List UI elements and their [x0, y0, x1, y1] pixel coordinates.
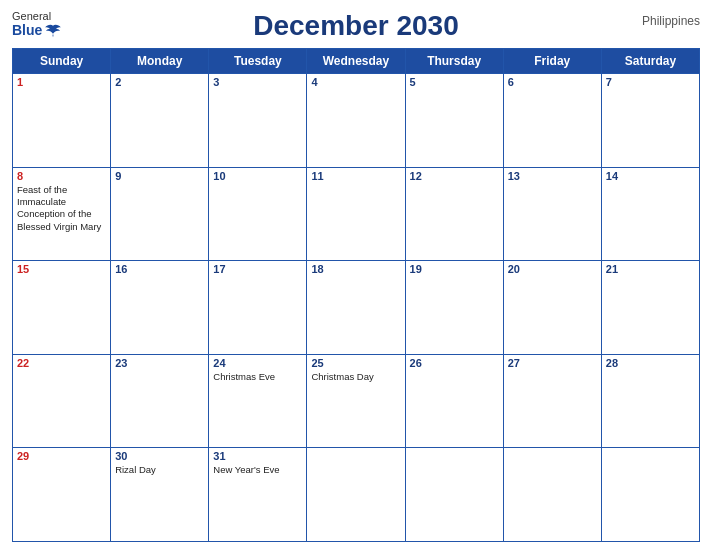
calendar-cell: 16 — [111, 261, 209, 355]
country-label: Philippines — [642, 14, 700, 28]
holiday-label: Christmas Day — [311, 371, 400, 383]
day-number: 10 — [213, 170, 302, 182]
day-number: 22 — [17, 357, 106, 369]
holiday-label: Feast of the Immaculate Conception of th… — [17, 184, 106, 233]
calendar-cell: 6 — [503, 74, 601, 168]
calendar-cell: 30Rizal Day — [111, 448, 209, 542]
day-number: 1 — [17, 76, 106, 88]
day-number: 24 — [213, 357, 302, 369]
calendar-header: General Blue December 2030 Philippines — [12, 10, 700, 42]
calendar-cell: 27 — [503, 354, 601, 448]
calendar-cell: 24Christmas Eve — [209, 354, 307, 448]
day-number: 27 — [508, 357, 597, 369]
day-number: 20 — [508, 263, 597, 275]
header-friday: Friday — [503, 49, 601, 74]
holiday-label: Christmas Eve — [213, 371, 302, 383]
day-number: 8 — [17, 170, 106, 182]
calendar-row-0: 1234567 — [13, 74, 700, 168]
day-number: 13 — [508, 170, 597, 182]
day-number: 25 — [311, 357, 400, 369]
header-tuesday: Tuesday — [209, 49, 307, 74]
calendar-cell: 25Christmas Day — [307, 354, 405, 448]
calendar-cell: 4 — [307, 74, 405, 168]
day-number: 26 — [410, 357, 499, 369]
calendar-cell: 20 — [503, 261, 601, 355]
day-number: 11 — [311, 170, 400, 182]
day-number: 23 — [115, 357, 204, 369]
logo-bird-icon — [44, 24, 62, 38]
calendar-cell: 17 — [209, 261, 307, 355]
logo: General Blue — [12, 10, 62, 39]
day-number: 14 — [606, 170, 695, 182]
day-number: 5 — [410, 76, 499, 88]
day-number: 28 — [606, 357, 695, 369]
calendar-row-4: 2930Rizal Day31New Year's Eve — [13, 448, 700, 542]
day-number: 6 — [508, 76, 597, 88]
calendar-cell — [503, 448, 601, 542]
calendar-row-3: 222324Christmas Eve25Christmas Day262728 — [13, 354, 700, 448]
calendar-cell: 18 — [307, 261, 405, 355]
calendar-cell: 28 — [601, 354, 699, 448]
header-monday: Monday — [111, 49, 209, 74]
logo-blue-text: Blue — [12, 23, 42, 38]
calendar-row-1: 8Feast of the Immaculate Conception of t… — [13, 167, 700, 261]
calendar-cell: 12 — [405, 167, 503, 261]
calendar-cell: 13 — [503, 167, 601, 261]
header-sunday: Sunday — [13, 49, 111, 74]
header-saturday: Saturday — [601, 49, 699, 74]
calendar-cell: 15 — [13, 261, 111, 355]
day-number: 17 — [213, 263, 302, 275]
day-number: 29 — [17, 450, 106, 462]
day-number: 30 — [115, 450, 204, 462]
calendar-cell: 31New Year's Eve — [209, 448, 307, 542]
calendar-cell: 5 — [405, 74, 503, 168]
day-number: 7 — [606, 76, 695, 88]
day-number: 19 — [410, 263, 499, 275]
calendar-cell: 2 — [111, 74, 209, 168]
calendar-cell: 23 — [111, 354, 209, 448]
calendar-cell: 11 — [307, 167, 405, 261]
day-number: 16 — [115, 263, 204, 275]
day-number: 18 — [311, 263, 400, 275]
holiday-label: Rizal Day — [115, 464, 204, 476]
calendar-cell: 8Feast of the Immaculate Conception of t… — [13, 167, 111, 261]
header-thursday: Thursday — [405, 49, 503, 74]
holiday-label: New Year's Eve — [213, 464, 302, 476]
calendar-wrapper: General Blue December 2030 Philippines S… — [0, 0, 712, 550]
calendar-cell: 14 — [601, 167, 699, 261]
day-number: 4 — [311, 76, 400, 88]
calendar-table: Sunday Monday Tuesday Wednesday Thursday… — [12, 48, 700, 542]
calendar-cell: 21 — [601, 261, 699, 355]
day-number: 31 — [213, 450, 302, 462]
day-number: 15 — [17, 263, 106, 275]
calendar-cell: 3 — [209, 74, 307, 168]
month-title: December 2030 — [253, 10, 458, 42]
calendar-cell: 10 — [209, 167, 307, 261]
calendar-cell: 7 — [601, 74, 699, 168]
calendar-cell — [307, 448, 405, 542]
calendar-cell — [405, 448, 503, 542]
calendar-cell: 1 — [13, 74, 111, 168]
day-number: 21 — [606, 263, 695, 275]
weekday-header-row: Sunday Monday Tuesday Wednesday Thursday… — [13, 49, 700, 74]
calendar-cell — [601, 448, 699, 542]
day-number: 2 — [115, 76, 204, 88]
calendar-cell: 9 — [111, 167, 209, 261]
calendar-cell: 29 — [13, 448, 111, 542]
day-number: 12 — [410, 170, 499, 182]
calendar-cell: 19 — [405, 261, 503, 355]
calendar-cell: 26 — [405, 354, 503, 448]
header-wednesday: Wednesday — [307, 49, 405, 74]
calendar-cell: 22 — [13, 354, 111, 448]
day-number: 9 — [115, 170, 204, 182]
day-number: 3 — [213, 76, 302, 88]
calendar-row-2: 15161718192021 — [13, 261, 700, 355]
